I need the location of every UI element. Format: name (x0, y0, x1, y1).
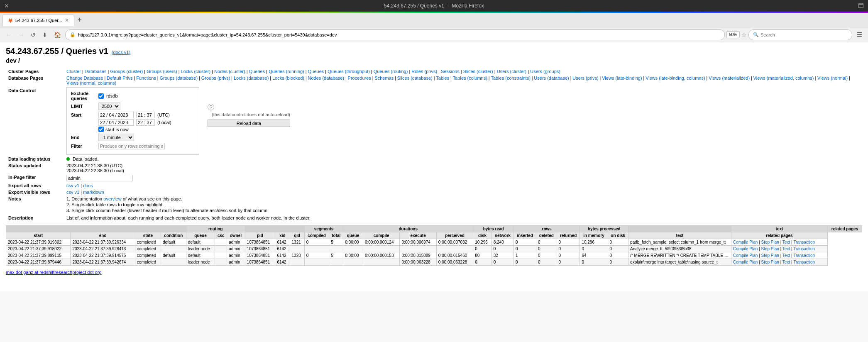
link-change-db[interactable]: Change Database (66, 76, 103, 81)
link-views-lb[interactable]: Views (late-binding) (602, 76, 642, 81)
related-link[interactable]: Step Plan (761, 253, 779, 258)
link-groups-users[interactable]: Groups (users) (147, 69, 177, 74)
related-link[interactable]: Compile Plan (733, 260, 758, 264)
col-execute[interactable]: execute (400, 232, 436, 239)
col-start[interactable]: start (6, 232, 71, 239)
col-compiled[interactable]: compiled (304, 232, 329, 239)
export-all-csv[interactable]: csv v1 (66, 183, 79, 188)
footer-link[interactable]: max dot ganz at redshiftresearchproject … (6, 270, 102, 275)
link-locks-blocked[interactable]: Locks (blocked) (272, 76, 304, 81)
link-queues-routing[interactable]: Queues (routing) (374, 69, 408, 74)
download-button[interactable]: ⬇ (40, 30, 50, 40)
col-deleted[interactable]: deleted (536, 232, 557, 239)
link-slices-db[interactable]: Slices (database) (397, 76, 433, 81)
in-page-filter-input[interactable] (66, 175, 133, 181)
bookmark-icon[interactable]: ☆ (741, 32, 747, 38)
overview-link[interactable]: overview (103, 196, 121, 201)
col-xid[interactable]: xid (275, 232, 290, 239)
col-total[interactable]: total (329, 232, 343, 239)
link-views-lb-cols[interactable]: Views (late-binding, columns) (645, 76, 705, 81)
related-link[interactable]: Step Plan (761, 240, 779, 244)
link-tables-columns[interactable]: Tables (columns) (453, 76, 487, 81)
limit-select[interactable]: 100 250 500 1000 2500 5000 (98, 103, 120, 110)
link-views-mat[interactable]: Views (materialized) (709, 76, 750, 81)
link-views-mat-cols[interactable]: Views (materialized, columns) (753, 76, 814, 81)
link-groups-privs[interactable]: Groups (privs) (201, 76, 230, 81)
link-nodes-db[interactable]: Nodes (database) (308, 76, 344, 81)
link-queries-running[interactable]: Queries (running) (269, 69, 304, 74)
start-is-now-checkbox[interactable] (98, 127, 104, 132)
link-users-groups[interactable]: Users (groups) (530, 69, 560, 74)
col-perceived[interactable]: perceived (436, 232, 473, 239)
filter-input[interactable] (98, 143, 165, 149)
close-button[interactable]: ✕ (4, 2, 9, 9)
col-queue[interactable]: queue (186, 232, 215, 239)
link-locks-db[interactable]: Locks (database) (234, 76, 269, 81)
export-visible-csv[interactable]: csv v1 (66, 190, 79, 195)
col-network[interactable]: network (491, 232, 513, 239)
link-schemas[interactable]: Schemas (374, 76, 394, 81)
start-date-utc[interactable] (98, 112, 134, 118)
col-inserted[interactable]: inserted (514, 232, 536, 239)
link-functions[interactable]: Functions (136, 76, 156, 81)
link-nodes-cluster[interactable]: Nodes (cluster) (214, 69, 245, 74)
link-slices-cluster[interactable]: Slices (cluster) (463, 69, 493, 74)
exclude-checkbox[interactable] (98, 93, 104, 99)
col-text[interactable]: text (628, 232, 731, 239)
col-disk[interactable]: disk (473, 232, 492, 239)
help-icon[interactable]: ? (208, 104, 214, 110)
related-link[interactable]: Compile Plan (733, 253, 758, 258)
active-tab[interactable]: 🦊 54.243.67.255 / Quer... ✕ (2, 15, 74, 26)
col-pid[interactable]: pid (245, 232, 275, 239)
link-tables[interactable]: Tables (436, 76, 449, 81)
link-databases[interactable]: Databases (85, 69, 107, 74)
related-link[interactable]: Text (782, 240, 790, 244)
col-related[interactable]: related pages (731, 232, 827, 239)
table-row[interactable]: 2023-04-22 21:37:39.8794462023-04-22 21:… (6, 259, 862, 266)
related-link[interactable]: Transaction (793, 240, 815, 244)
col-state[interactable]: state (135, 232, 161, 239)
link-users-db[interactable]: Users (database) (534, 76, 569, 81)
related-link[interactable]: Text (782, 247, 790, 251)
link-groups-db[interactable]: Groups (database) (159, 76, 198, 81)
col-condition[interactable]: condition (161, 232, 186, 239)
start-time-local[interactable] (136, 119, 155, 126)
forward-button[interactable]: → (16, 30, 27, 40)
related-link[interactable]: Step Plan (761, 260, 779, 264)
back-button[interactable]: ← (3, 30, 14, 40)
link-queues-throughput[interactable]: Queues (throughput) (328, 69, 370, 74)
related-link[interactable]: Compile Plan (733, 247, 758, 251)
end-select[interactable]: -1 minute -5 minutes -15 minutes -30 min… (98, 134, 134, 141)
col-queue-dur[interactable]: queue (343, 232, 363, 239)
reload-button[interactable]: Reload data (208, 120, 290, 127)
table-row[interactable]: 2023-04-22 21:37:39.9180222023-04-22 21:… (6, 246, 862, 252)
related-link[interactable]: Text (782, 260, 790, 264)
menu-button[interactable]: ☰ (854, 29, 865, 40)
link-users-privs[interactable]: Users (privs) (572, 76, 598, 81)
export-all-docs[interactable]: docs (83, 183, 93, 188)
link-default-privs[interactable]: Default Privs (107, 76, 132, 81)
table-row[interactable]: 2023-04-22 21:37:39.8991152023-04-22 21:… (6, 252, 862, 259)
link-sessions[interactable]: Sessions (441, 69, 460, 74)
maximize-button[interactable]: 🗖 (858, 2, 864, 9)
start-date-local[interactable] (98, 119, 134, 126)
col-end[interactable]: end (71, 232, 135, 239)
related-link[interactable]: Transaction (793, 260, 815, 264)
search-input[interactable] (760, 32, 848, 37)
start-time-utc[interactable] (136, 112, 155, 118)
related-link[interactable]: Text (782, 253, 790, 258)
col-csc[interactable]: csc (215, 232, 227, 239)
link-queries[interactable]: Queries (249, 69, 265, 74)
link-cluster[interactable]: Cluster (66, 69, 81, 74)
link-views-normal-cols[interactable]: Views (normal, columns) (66, 81, 116, 86)
col-compile[interactable]: compile (363, 232, 399, 239)
link-locks-cluster[interactable]: Locks (cluster) (181, 69, 211, 74)
link-roles-privs[interactable]: Roles (privs) (411, 69, 437, 74)
related-link[interactable]: Step Plan (761, 247, 779, 251)
related-link[interactable]: Transaction (793, 247, 815, 251)
link-users-cluster[interactable]: Users (cluster) (497, 69, 527, 74)
col-on-disk[interactable]: on disk (608, 232, 628, 239)
link-groups-cluster[interactable]: Groups (cluster) (110, 69, 143, 74)
export-visible-markdown[interactable]: markdown (83, 190, 104, 195)
col-qld[interactable]: qld (290, 232, 304, 239)
